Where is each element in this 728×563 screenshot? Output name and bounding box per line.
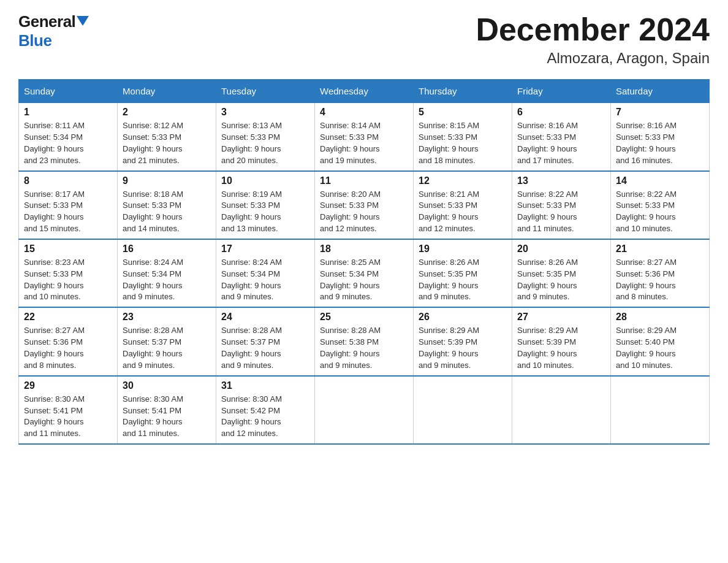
daylight-label: Daylight: 9 hours [221, 212, 281, 221]
day-number: 28 [616, 312, 704, 323]
sunrise-label: Sunrise: 8:30 AM [221, 394, 282, 404]
sunset-label: Sunset: 5:33 PM [221, 201, 280, 210]
day-number: 21 [616, 243, 704, 255]
day-info: Sunrise: 8:19 AM Sunset: 5:33 PM Dayligh… [221, 189, 309, 235]
daylight-label: Daylight: 9 hours [419, 349, 479, 358]
sunset-label: Sunset: 5:36 PM [616, 269, 675, 278]
daylight-label: Daylight: 9 hours [123, 349, 183, 358]
title-area: December 2024 Almozara, Aragon, Spain [476, 12, 710, 67]
logo: General Blue [18, 12, 89, 50]
day-number: 29 [24, 380, 112, 391]
calendar-week-row: 29 Sunrise: 8:30 AM Sunset: 5:41 PM Dayl… [19, 376, 710, 444]
daylight-minutes: and 10 minutes. [24, 292, 81, 301]
daylight-label: Daylight: 9 hours [320, 349, 380, 358]
daylight-label: Daylight: 9 hours [419, 212, 479, 221]
col-saturday: Saturday [611, 80, 710, 103]
day-info: Sunrise: 8:23 AM Sunset: 5:33 PM Dayligh… [24, 257, 112, 303]
sunrise-label: Sunrise: 8:22 AM [517, 190, 578, 199]
col-thursday: Thursday [414, 80, 512, 103]
day-number: 4 [320, 107, 408, 118]
table-row [512, 376, 611, 444]
table-row: 6 Sunrise: 8:16 AM Sunset: 5:33 PM Dayli… [512, 103, 611, 171]
daylight-minutes: and 11 minutes. [24, 429, 81, 438]
day-info: Sunrise: 8:18 AM Sunset: 5:33 PM Dayligh… [123, 189, 211, 235]
sunrise-label: Sunrise: 8:28 AM [221, 326, 282, 335]
day-info: Sunrise: 8:28 AM Sunset: 5:37 PM Dayligh… [221, 325, 309, 371]
table-row [315, 376, 414, 444]
daylight-minutes: and 12 minutes. [221, 429, 278, 438]
day-info: Sunrise: 8:20 AM Sunset: 5:33 PM Dayligh… [320, 189, 408, 235]
table-row: 8 Sunrise: 8:17 AM Sunset: 5:33 PM Dayli… [19, 171, 118, 239]
day-number: 23 [123, 312, 211, 323]
day-number: 31 [221, 380, 309, 391]
day-number: 19 [419, 243, 507, 255]
daylight-minutes: and 9 minutes. [320, 292, 372, 301]
sunset-label: Sunset: 5:33 PM [24, 269, 83, 278]
daylight-label: Daylight: 9 hours [24, 281, 84, 290]
day-info: Sunrise: 8:16 AM Sunset: 5:33 PM Dayligh… [517, 120, 605, 166]
sunset-label: Sunset: 5:41 PM [24, 406, 83, 415]
table-row: 23 Sunrise: 8:28 AM Sunset: 5:37 PM Dayl… [118, 307, 216, 375]
daylight-minutes: and 9 minutes. [419, 361, 471, 370]
sunrise-label: Sunrise: 8:26 AM [419, 258, 479, 267]
daylight-label: Daylight: 9 hours [221, 144, 281, 153]
sunrise-label: Sunrise: 8:13 AM [221, 121, 282, 130]
day-number: 22 [24, 312, 112, 323]
sunset-label: Sunset: 5:37 PM [123, 337, 181, 347]
daylight-minutes: and 10 minutes. [616, 224, 673, 233]
sunset-label: Sunset: 5:33 PM [419, 132, 477, 142]
table-row: 25 Sunrise: 8:28 AM Sunset: 5:38 PM Dayl… [315, 307, 414, 375]
sunrise-label: Sunrise: 8:29 AM [419, 326, 479, 335]
sunset-label: Sunset: 5:38 PM [320, 337, 379, 347]
table-row: 15 Sunrise: 8:23 AM Sunset: 5:33 PM Dayl… [19, 239, 118, 307]
daylight-label: Daylight: 9 hours [616, 144, 676, 153]
sunrise-label: Sunrise: 8:16 AM [517, 121, 578, 130]
day-number: 18 [320, 243, 408, 255]
calendar-body: 1 Sunrise: 8:11 AM Sunset: 5:34 PM Dayli… [19, 103, 710, 444]
daylight-label: Daylight: 9 hours [616, 349, 676, 358]
day-info: Sunrise: 8:26 AM Sunset: 5:35 PM Dayligh… [419, 257, 507, 303]
day-info: Sunrise: 8:30 AM Sunset: 5:41 PM Dayligh… [24, 394, 112, 440]
sunset-label: Sunset: 5:35 PM [419, 269, 477, 278]
daylight-minutes: and 9 minutes. [123, 292, 175, 301]
daylight-label: Daylight: 9 hours [419, 281, 479, 290]
daylight-label: Daylight: 9 hours [616, 212, 676, 221]
table-row: 16 Sunrise: 8:24 AM Sunset: 5:34 PM Dayl… [118, 239, 216, 307]
table-row: 10 Sunrise: 8:19 AM Sunset: 5:33 PM Dayl… [216, 171, 315, 239]
day-number: 15 [24, 243, 112, 255]
sunset-label: Sunset: 5:40 PM [616, 337, 675, 347]
daylight-minutes: and 12 minutes. [419, 224, 476, 233]
table-row: 14 Sunrise: 8:22 AM Sunset: 5:33 PM Dayl… [611, 171, 710, 239]
daylight-label: Daylight: 9 hours [24, 144, 84, 153]
sunset-label: Sunset: 5:36 PM [24, 337, 83, 347]
day-number: 11 [320, 175, 408, 186]
sunrise-label: Sunrise: 8:22 AM [616, 190, 677, 199]
sunset-label: Sunset: 5:41 PM [123, 406, 181, 415]
sunrise-label: Sunrise: 8:29 AM [517, 326, 578, 335]
sunset-label: Sunset: 5:33 PM [419, 201, 477, 210]
daylight-label: Daylight: 9 hours [123, 212, 183, 221]
logo-triangle-icon [77, 16, 89, 26]
day-number: 6 [517, 107, 605, 118]
sunrise-label: Sunrise: 8:24 AM [221, 258, 282, 267]
day-number: 30 [123, 380, 211, 391]
daylight-minutes: and 13 minutes. [221, 224, 278, 233]
sunrise-label: Sunrise: 8:30 AM [24, 394, 85, 404]
sunrise-label: Sunrise: 8:17 AM [24, 190, 85, 199]
day-info: Sunrise: 8:30 AM Sunset: 5:42 PM Dayligh… [221, 394, 309, 440]
calendar-week-row: 1 Sunrise: 8:11 AM Sunset: 5:34 PM Dayli… [19, 103, 710, 171]
day-number: 25 [320, 312, 408, 323]
table-row: 2 Sunrise: 8:12 AM Sunset: 5:33 PM Dayli… [118, 103, 216, 171]
table-row [414, 376, 512, 444]
day-number: 13 [517, 175, 605, 186]
day-number: 10 [221, 175, 309, 186]
daylight-minutes: and 19 minutes. [320, 156, 377, 165]
day-number: 2 [123, 107, 211, 118]
calendar-header: Sunday Monday Tuesday Wednesday Thursday… [19, 80, 710, 103]
sunset-label: Sunset: 5:33 PM [616, 132, 675, 142]
daylight-label: Daylight: 9 hours [517, 212, 577, 221]
table-row: 7 Sunrise: 8:16 AM Sunset: 5:33 PM Dayli… [611, 103, 710, 171]
table-row: 30 Sunrise: 8:30 AM Sunset: 5:41 PM Dayl… [118, 376, 216, 444]
day-info: Sunrise: 8:28 AM Sunset: 5:37 PM Dayligh… [123, 325, 211, 371]
sunrise-label: Sunrise: 8:27 AM [616, 258, 677, 267]
